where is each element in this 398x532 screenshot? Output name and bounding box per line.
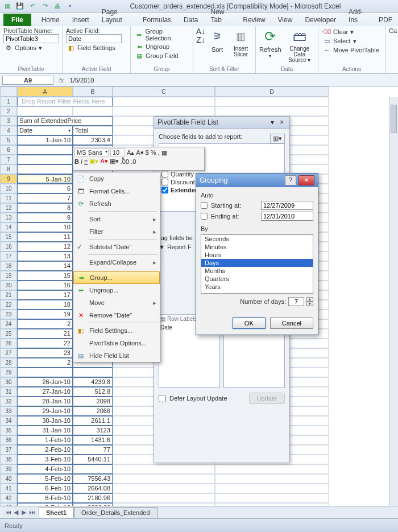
field-checkbox[interactable] <box>161 187 168 193</box>
grow-font-icon[interactable]: A▴ <box>127 149 134 156</box>
italic-icon[interactable]: I <box>81 158 82 165</box>
tab-home[interactable]: Home <box>39 14 62 26</box>
tab-addins[interactable]: Add-Ins <box>346 6 368 26</box>
numdays-input[interactable] <box>288 297 304 306</box>
cell[interactable] <box>17 145 73 155</box>
field-settings-button[interactable]: ◧Field Settings <box>66 43 127 52</box>
cell[interactable]: 1-Jan-10 <box>17 135 73 145</box>
print-icon[interactable]: 🖶 <box>52 1 63 11</box>
row-header[interactable]: 35 <box>0 426 17 435</box>
cell[interactable] <box>215 464 329 474</box>
cell[interactable]: 17 <box>17 290 73 300</box>
row-header[interactable]: 11 <box>0 193 17 203</box>
cell[interactable]: 30-Jan-10 <box>17 416 73 426</box>
active-field-input[interactable] <box>66 34 122 43</box>
row-header[interactable]: 23 <box>0 310 17 319</box>
cell[interactable]: 28-Jan-10 <box>17 397 73 406</box>
defer-checkbox[interactable] <box>159 395 166 402</box>
cell[interactable] <box>73 106 113 116</box>
row-header[interactable]: 7 <box>0 155 17 164</box>
row-header[interactable]: 5 <box>0 135 17 145</box>
prev-sheet-icon[interactable]: ◀ <box>13 509 19 516</box>
by-option[interactable]: Days <box>201 259 313 267</box>
row-header[interactable]: 16 <box>0 242 17 251</box>
cell[interactable]: 6-Feb-10 <box>17 484 73 493</box>
row-header[interactable]: 41 <box>0 484 17 493</box>
tab-developer[interactable]: Developer <box>302 14 338 26</box>
cell[interactable]: 6 <box>17 184 73 193</box>
fx-icon[interactable]: fx <box>56 77 68 84</box>
cell[interactable]: 2664.08 <box>73 484 113 493</box>
currency-icon[interactable]: $ <box>146 149 149 156</box>
increase-decimal-icon[interactable]: .0 <box>131 158 136 165</box>
row-header[interactable]: 15 <box>0 232 17 242</box>
cell[interactable]: 29-Jan-10 <box>17 406 73 416</box>
file-tab[interactable]: File <box>3 14 31 26</box>
cell[interactable]: 5-Jan-10 <box>17 174 73 184</box>
by-option[interactable]: Months <box>201 267 313 275</box>
cancel-button[interactable]: Cancel <box>270 317 313 329</box>
cm-subtotal[interactable]: ✓Subtotal "Date" <box>73 241 160 253</box>
cm-refresh[interactable]: ⟳Refresh <box>73 197 160 210</box>
field-list-dropdown-icon[interactable]: ▾ <box>267 118 277 126</box>
row-header[interactable]: 38 <box>0 455 17 464</box>
cell[interactable]: 1-Feb-10 <box>17 435 73 445</box>
row-header[interactable]: 31 <box>0 387 17 397</box>
help-icon[interactable]: ? <box>285 175 296 185</box>
spin-down-icon[interactable]: ▾ <box>306 302 313 306</box>
by-option[interactable]: Hours <box>201 251 313 259</box>
cell[interactable]: 22 <box>17 339 73 348</box>
ending-input[interactable] <box>261 212 313 221</box>
tab-data[interactable]: Data <box>181 14 200 26</box>
cell[interactable] <box>113 474 215 484</box>
cell[interactable] <box>17 164 73 174</box>
cell[interactable] <box>215 484 329 493</box>
font-size-dropdown[interactable]: 10 <box>110 149 125 156</box>
cell[interactable]: 2611.1 <box>73 416 113 426</box>
row-header[interactable]: 4 <box>0 126 17 135</box>
cell[interactable] <box>113 493 215 503</box>
change-source-icon[interactable]: 🗃 <box>291 27 309 46</box>
row-header[interactable]: 22 <box>0 300 17 310</box>
by-option[interactable]: Quarters <box>201 275 313 283</box>
percent-icon[interactable]: % <box>151 149 156 156</box>
row-header[interactable]: 29 <box>0 368 17 377</box>
cell[interactable] <box>215 474 329 484</box>
sheet-tab-orderdetails[interactable]: Order_Details_Extended <box>74 507 157 518</box>
col-header-a[interactable]: A <box>17 86 73 97</box>
cell[interactable] <box>215 493 329 503</box>
by-option[interactable]: Seconds <box>201 235 313 243</box>
row-header[interactable]: 36 <box>0 435 17 445</box>
pivottable-options-button[interactable]: ⚙Options ▾ <box>3 43 59 52</box>
cell[interactable]: 4239.8 <box>73 377 113 387</box>
row-header[interactable]: 37 <box>0 445 17 455</box>
tab-formulas[interactable]: Formulas <box>140 14 173 26</box>
row-header[interactable]: 18 <box>0 261 17 271</box>
cell[interactable]: 8 <box>17 203 73 213</box>
cell[interactable]: 26-Jan-10 <box>17 377 73 387</box>
cm-ungroup[interactable]: ⬅Ungroup... <box>73 284 160 296</box>
ok-button[interactable]: OK <box>233 317 266 329</box>
cell[interactable]: 14 <box>17 261 73 271</box>
col-header-b[interactable]: B <box>73 86 113 97</box>
cell[interactable]: 15 <box>17 271 73 281</box>
cell[interactable] <box>17 106 73 116</box>
sort-desc-icon[interactable]: Z↓ <box>197 36 205 44</box>
cm-pivottable-options[interactable]: PivotTable Options... <box>73 337 160 349</box>
row-header[interactable]: 12 <box>0 203 17 213</box>
cell[interactable]: 2 <box>17 319 73 329</box>
clear-button[interactable]: ⌫Clear ▾ <box>322 27 382 36</box>
shrink-font-icon[interactable]: A▾ <box>136 149 143 156</box>
cell[interactable]: 3-Feb-10 <box>17 455 73 464</box>
cm-sort[interactable]: Sort <box>73 213 160 225</box>
close-icon[interactable]: × <box>277 118 286 126</box>
cell[interactable]: 4-Feb-10 <box>17 464 73 474</box>
bold-icon[interactable]: B <box>74 158 79 165</box>
layout-icon[interactable]: ▥▾ <box>270 134 285 143</box>
row-header[interactable]: 3 <box>0 116 17 126</box>
row-header[interactable]: 1 <box>0 97 17 106</box>
name-box[interactable]: A9 <box>2 76 53 85</box>
font-color-icon[interactable]: A▾ <box>100 158 107 165</box>
cell[interactable]: 11 <box>17 232 73 242</box>
row-header[interactable]: 39 <box>0 464 17 474</box>
